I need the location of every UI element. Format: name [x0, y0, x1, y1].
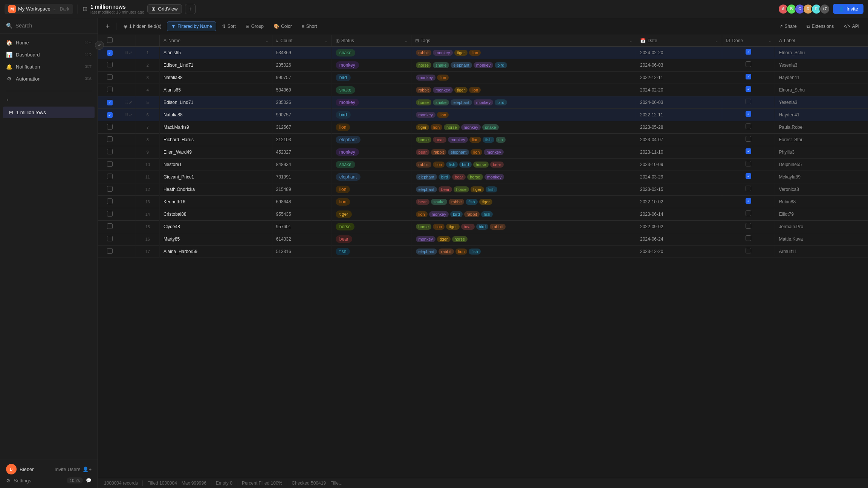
tag-item[interactable]: snake: [433, 62, 449, 68]
cell-tags[interactable]: rabbitmonkeytigerlion: [411, 47, 636, 59]
tag-item[interactable]: lion: [469, 137, 481, 143]
cell-status[interactable]: lion: [332, 196, 411, 208]
cell-tags[interactable]: monkeytigerhorse: [411, 233, 636, 246]
cell-done[interactable]: [722, 183, 775, 194]
tag-item[interactable]: fish: [469, 249, 480, 255]
tag-item[interactable]: tiger: [416, 124, 429, 130]
cell-name[interactable]: Maci.Marks9: [159, 121, 272, 134]
th-tags[interactable]: ⊞ Tags ⌄: [411, 35, 636, 47]
tag-item[interactable]: bird: [476, 224, 488, 230]
drag-handle[interactable]: [122, 246, 136, 258]
row-checkbox[interactable]: [107, 223, 113, 229]
tag-item[interactable]: lion: [433, 162, 445, 168]
tag-item[interactable]: monkey: [448, 137, 468, 143]
cell-tags[interactable]: lionmonkeybirdrabbitfish: [411, 208, 636, 221]
row-checkbox[interactable]: [107, 174, 113, 179]
tag-item[interactable]: lion: [433, 224, 445, 230]
done-checkbox[interactable]: [746, 223, 751, 229]
cell-status[interactable]: elephant: [332, 171, 411, 183]
row-checkbox[interactable]: [107, 136, 113, 142]
cell-name[interactable]: Cristobal88: [159, 208, 272, 221]
cell-name[interactable]: Natalia88: [159, 72, 272, 84]
extensions-button[interactable]: ⧉ Extensions: [802, 21, 838, 31]
th-count[interactable]: # Count ⌄: [272, 35, 332, 47]
cell-done[interactable]: [722, 121, 775, 131]
th-date[interactable]: 📅 Date ⌄: [636, 35, 722, 47]
done-checkbox[interactable]: [746, 186, 751, 191]
tag-item[interactable]: lion: [437, 112, 449, 118]
tag-item[interactable]: lion: [431, 124, 442, 130]
tags-col-filter[interactable]: ⌄: [629, 39, 632, 43]
done-col-sort[interactable]: ⌄: [768, 39, 771, 43]
cell-status[interactable]: monkey: [332, 146, 411, 159]
done-checkbox[interactable]: [746, 61, 751, 67]
tag-item[interactable]: bird: [459, 162, 471, 168]
tag-item[interactable]: monkey: [416, 236, 436, 242]
tag-item[interactable]: snake: [431, 199, 447, 205]
done-checkbox[interactable]: [746, 248, 751, 253]
tag-item[interactable]: monkey: [474, 99, 494, 105]
tag-item[interactable]: snake: [482, 124, 498, 130]
cell-tags[interactable]: rabbitmonkeytigerlion: [411, 84, 636, 96]
tag-item[interactable]: horse: [454, 186, 469, 192]
tag-item[interactable]: monkey: [433, 87, 453, 93]
tag-item[interactable]: monkey: [429, 211, 449, 217]
row-checkbox[interactable]: [107, 100, 113, 105]
cell-status[interactable]: horse: [332, 221, 411, 233]
row-checkbox[interactable]: [107, 186, 113, 192]
cell-name[interactable]: Alanis65: [159, 47, 272, 59]
new-table-button[interactable]: +: [0, 94, 98, 106]
tag-item[interactable]: horse: [416, 99, 432, 105]
group-button[interactable]: ⊟ Group: [241, 21, 268, 31]
sort-button[interactable]: ⇅ Sort: [218, 21, 240, 31]
done-checkbox[interactable]: [746, 99, 751, 104]
cell-status[interactable]: bird: [332, 72, 411, 84]
tag-item[interactable]: horse: [416, 137, 432, 143]
cell-name[interactable]: Nestor91: [159, 159, 272, 171]
th-label[interactable]: A Label: [775, 35, 868, 47]
search-input[interactable]: [15, 23, 92, 29]
drag-handle[interactable]: ⠿⤢: [122, 109, 136, 121]
drag-handle[interactable]: ⠿⤢: [122, 96, 136, 109]
tag-item[interactable]: monkey: [416, 112, 436, 118]
cell-name[interactable]: Ellen_Ward49: [159, 146, 272, 159]
tag-item[interactable]: rabbit: [416, 87, 432, 93]
row-checkbox[interactable]: [107, 87, 113, 92]
cell-done[interactable]: [722, 221, 775, 231]
tag-item[interactable]: bear: [439, 186, 452, 192]
tag-item[interactable]: horse: [416, 62, 432, 68]
drag-handle[interactable]: [122, 146, 136, 159]
tag-item[interactable]: rabbit: [490, 224, 506, 230]
row-checkbox[interactable]: [107, 124, 113, 130]
tag-item[interactable]: elephant: [416, 249, 437, 255]
cell-tags[interactable]: elephantrabbitlionfish: [411, 246, 636, 258]
tag-item[interactable]: elephant: [448, 149, 469, 155]
row-checkbox[interactable]: [107, 62, 113, 67]
cell-status[interactable]: snake: [332, 84, 411, 96]
tag-item[interactable]: lion: [437, 75, 449, 81]
cell-tags[interactable]: monkeylion: [411, 72, 636, 84]
row-checkbox[interactable]: [107, 198, 113, 204]
drag-handle[interactable]: [122, 159, 136, 171]
gridview-badge[interactable]: ⊞ GridView: [147, 4, 182, 14]
table-item[interactable]: ⊞ 1 million rows: [3, 107, 95, 118]
row-checkbox[interactable]: [107, 161, 113, 167]
cell-done[interactable]: [722, 208, 775, 218]
cell-done[interactable]: [722, 171, 775, 181]
cell-tags[interactable]: horsesnakeelephantmonkeybird: [411, 96, 636, 109]
tag-item[interactable]: tiger: [446, 224, 459, 230]
cell-done[interactable]: [722, 159, 775, 169]
invite-users-button[interactable]: Invite Users 👤+: [55, 467, 92, 472]
tag-item[interactable]: bird: [439, 174, 451, 180]
tag-item[interactable]: monkey: [484, 174, 504, 180]
row-checkbox[interactable]: [107, 248, 113, 254]
cell-name[interactable]: Alaina_Harbor59: [159, 246, 272, 258]
tag-item[interactable]: tiger: [454, 87, 468, 93]
row-checkbox[interactable]: [107, 112, 113, 118]
api-button[interactable]: </> API: [839, 21, 863, 31]
drag-handle[interactable]: [122, 171, 136, 183]
done-checkbox[interactable]: [746, 173, 751, 179]
tag-item[interactable]: monkey: [461, 124, 481, 130]
row-checkbox[interactable]: [107, 236, 113, 241]
cell-name[interactable]: Natalia88: [159, 109, 272, 121]
